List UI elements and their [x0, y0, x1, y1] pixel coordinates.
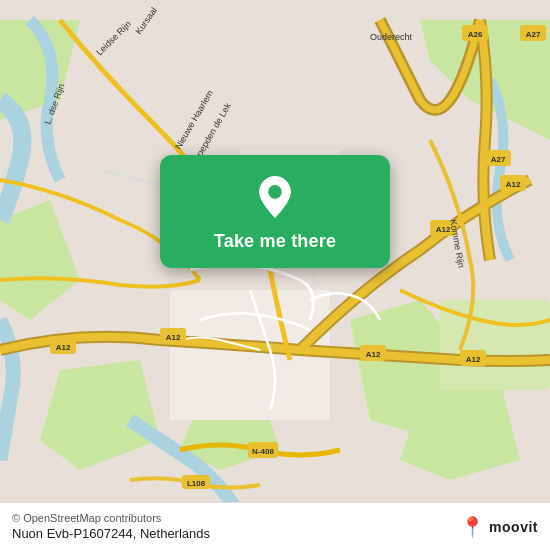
svg-text:A12: A12	[436, 225, 451, 234]
svg-text:A12: A12	[506, 180, 521, 189]
moovit-m-icon: 📍	[460, 517, 485, 537]
moovit-brand-text: moovit	[489, 519, 538, 535]
svg-text:A12: A12	[166, 333, 181, 342]
svg-text:A12: A12	[56, 343, 71, 352]
location-overlay-card[interactable]: Take me there	[160, 155, 390, 268]
svg-text:N-408: N-408	[252, 447, 274, 456]
svg-text:A12: A12	[466, 355, 481, 364]
svg-point-41	[268, 185, 282, 199]
osm-credit: © OpenStreetMap contributors	[12, 512, 210, 524]
location-pin-icon	[251, 173, 299, 221]
moovit-logo: 📍 moovit	[460, 517, 538, 537]
svg-text:A27: A27	[491, 155, 506, 164]
take-me-there-button[interactable]: Take me there	[214, 231, 336, 252]
svg-text:A27: A27	[526, 30, 541, 39]
svg-text:A12: A12	[366, 350, 381, 359]
location-name: Nuon Evb-P1607244, Netherlands	[12, 526, 210, 541]
svg-text:Ouderecht: Ouderecht	[370, 32, 413, 42]
map-container: A12 A12 A12 A12 A12 A12 A26 A27 A27 N-40…	[0, 0, 550, 550]
footer: © OpenStreetMap contributors Nuon Evb-P1…	[0, 502, 550, 550]
map-background: A12 A12 A12 A12 A12 A12 A26 A27 A27 N-40…	[0, 0, 550, 550]
svg-text:L108: L108	[187, 479, 206, 488]
svg-text:A26: A26	[468, 30, 483, 39]
